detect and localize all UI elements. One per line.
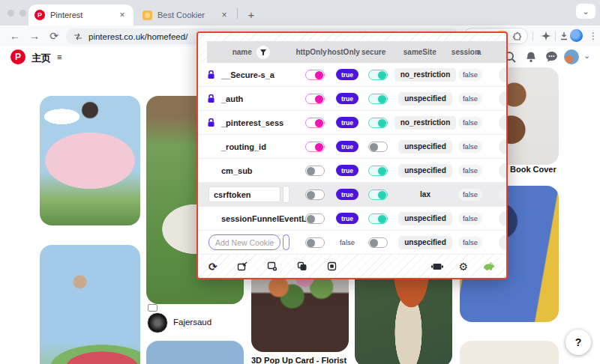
session-value: false [458,141,482,153]
close-icon[interactable]: × [117,10,128,20]
secure-toggle[interactable] [368,94,388,104]
popup-footer-toolbar: ⟳ ⚙ [198,255,506,278]
notifications-bell-icon[interactable] [525,51,537,64]
hostonly-badge: true [336,117,358,128]
help-button[interactable]: ? [566,330,591,355]
chevron-down-icon[interactable]: ⌄ [576,4,596,19]
samesite-value[interactable]: lax [414,188,436,201]
chevron-down-icon[interactable]: ⌄ [584,51,590,61]
avatar[interactable] [147,312,168,333]
samesite-value[interactable]: unspecified [398,140,452,154]
lock-icon [207,70,215,79]
cookie-rows: __Secure-s_a true no_restriction false _… [198,63,506,255]
reload-button[interactable]: ⟳ [46,28,62,43]
url-text[interactable]: pinterest.co.uk/homefeed/ [88,32,188,41]
cookie-row-auth[interactable]: _auth true unspecified false [198,87,506,111]
messages-chat-icon[interactable] [545,51,558,63]
secure-toggle[interactable] [368,166,388,176]
samesite-value[interactable]: unspecified [398,236,452,249]
browser-window: P Pinterest × Best Cookier × + ⌄ ← → ⟳ p… [0,0,600,364]
httponly-toggle[interactable] [305,118,325,128]
httponly-toggle[interactable] [305,237,325,248]
pin-card-watermelon[interactable] [40,245,140,364]
pin-caption-book-cover[interactable]: Book Cover [510,165,556,174]
tab-best-cookier[interactable]: Best Cookier × [138,6,234,24]
secure-toggle[interactable] [368,118,388,128]
menu-icon[interactable]: ≡ [57,52,62,61]
column-httponly: httpOnly [295,48,327,56]
cookie-name: _pinterest_sess [221,118,284,127]
cookie-table-header: name httpOnly hostOnly secure sameSite s… [207,41,506,63]
add-cookie-input[interactable] [208,234,280,250]
samesite-value[interactable]: unspecified [398,164,452,178]
value-pill-cut [499,115,508,130]
samesite-value[interactable]: no_restriction [394,116,457,130]
cookie-row-secure-s-a[interactable]: __Secure-s_a true no_restriction false [198,63,506,87]
secure-toggle[interactable] [368,189,388,200]
value-input-cut [283,186,290,203]
httponly-toggle[interactable] [305,189,325,200]
column-samesite: sameSite [388,48,452,56]
samesite-value[interactable]: no_restriction [394,68,457,82]
download-icon[interactable] [556,28,572,43]
cookie-row-session-funnel[interactable]: sessionFunnelEventLo true unspecified fa… [198,207,506,231]
value-pill-cut [499,139,508,154]
refresh-button[interactable]: ⟳ [208,261,218,273]
cookie-row-cm-sub[interactable]: cm_sub true unspecified false [198,159,506,183]
session-value: false [458,213,482,225]
session-value: false [458,189,482,201]
site-settings-icon[interactable] [74,33,82,40]
export-button[interactable] [267,261,278,271]
pin-card-flower-dress[interactable] [40,96,140,225]
add-cookie-row[interactable]: false unspecified false [198,231,506,255]
copy-all-button[interactable] [297,261,308,271]
tab-separator [237,8,238,19]
filter-button[interactable] [256,46,270,59]
pin-author-name[interactable]: Fajersaud [173,318,212,327]
pinterest-logo[interactable]: P [10,49,26,64]
delete-all-button[interactable] [327,261,337,271]
puzzle-extensions-icon[interactable] [512,31,522,41]
dino-mascot-icon[interactable] [483,261,496,272]
secure-toggle[interactable] [368,213,388,224]
toolbar-divider [532,31,533,41]
new-tab-button[interactable]: + [243,6,260,22]
httponly-toggle[interactable] [305,94,325,104]
pin-caption-florist[interactable]: 3D Pop Up Card - Florist [251,356,346,364]
column-hostonly: hostOnly [328,48,359,56]
forward-button[interactable]: → [27,28,42,43]
fullscreen-button[interactable] [431,262,443,271]
secure-toggle[interactable] [368,142,388,152]
secure-toggle[interactable] [368,70,388,80]
samesite-value[interactable]: unspecified [398,212,452,225]
session-value: false [458,165,482,177]
back-button[interactable]: ← [8,28,22,43]
column-name: name [232,48,252,56]
profile-avatar[interactable] [570,29,583,42]
cookie-name: _routing_id [221,142,266,151]
home-nav-label[interactable]: 主页 [32,52,51,65]
secure-toggle[interactable] [368,237,388,248]
httponly-toggle[interactable] [305,142,325,152]
close-icon[interactable]: × [219,10,230,20]
cookie-name-input[interactable] [208,186,280,202]
settings-gear-icon[interactable]: ⚙ [458,261,468,273]
samesite-value[interactable]: unspecified [398,92,452,106]
cookie-row-csrftoken[interactable]: true lax false [198,183,506,207]
toolbar-divider [555,31,556,41]
chrome-menu-icon[interactable]: ⋮ [588,28,598,43]
pin-card-two-characters[interactable] [460,341,559,364]
cookie-row-pinterest-sess[interactable]: _pinterest_sess true no_restriction fals… [198,111,506,135]
sparkle-icon[interactable] [538,28,554,43]
httponly-toggle[interactable] [305,70,325,80]
httponly-toggle[interactable] [305,166,325,176]
import-button[interactable] [237,261,248,271]
tab-pinterest[interactable]: P Pinterest × [28,4,134,25]
hostonly-badge: true [336,141,358,152]
cookie-row-routing-id[interactable]: _routing_id true unspecified false [198,135,506,159]
add-value-input-cut [283,234,290,250]
httponly-toggle[interactable] [305,213,325,224]
pin-card-ocean[interactable] [146,341,244,364]
user-avatar[interactable] [564,49,579,64]
session-value: false [458,237,482,249]
